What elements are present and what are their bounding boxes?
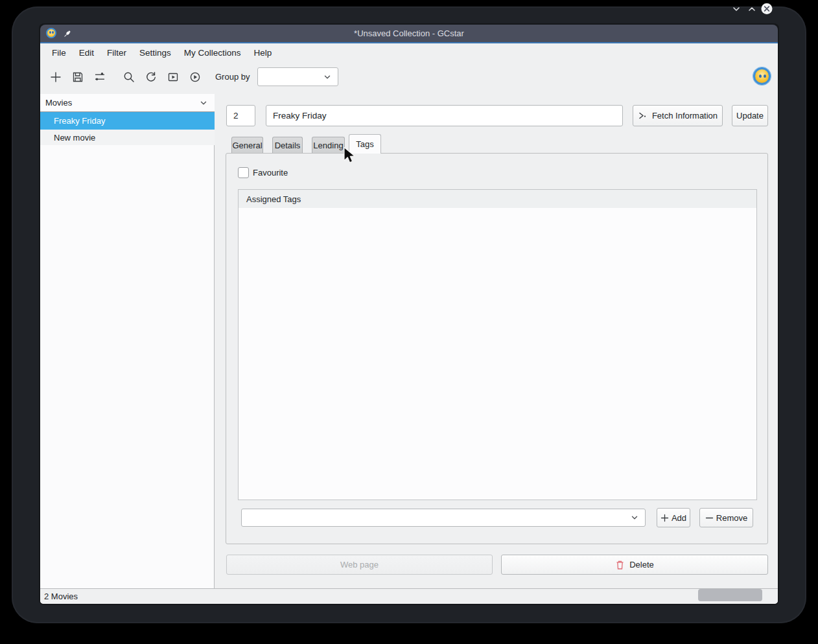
tab-label: General <box>232 141 262 150</box>
tab-label: Details <box>275 141 301 150</box>
update-button[interactable]: Update <box>732 105 768 126</box>
preferences-icon[interactable] <box>92 69 108 85</box>
favourite-label: Favourite <box>253 167 288 178</box>
list-item-new-movie[interactable]: New movie <box>40 130 215 145</box>
logo-eye <box>49 31 51 34</box>
refresh-icon[interactable] <box>143 69 159 85</box>
group-by-label: Group by <box>215 67 250 86</box>
menu-settings[interactable]: Settings <box>137 46 173 60</box>
sidebar-group-label: Movies <box>45 98 72 108</box>
logo-eye <box>764 75 766 78</box>
trash-icon <box>615 560 625 570</box>
web-page-button[interactable]: Web page <box>226 555 493 575</box>
collection-list-panel <box>40 94 215 588</box>
tab-general[interactable]: General <box>231 137 263 154</box>
movie-id-field[interactable] <box>226 105 255 126</box>
toolbar <box>48 69 209 86</box>
menu-help[interactable]: Help <box>252 46 274 60</box>
plus-icon <box>660 514 669 522</box>
menubar: File Edit Filter Settings My Collections… <box>40 44 778 62</box>
assigned-tags-list[interactable] <box>238 208 757 500</box>
fetch-information-button[interactable]: Fetch Information <box>633 105 723 126</box>
list-item-freaky-friday[interactable]: Freaky Friday <box>40 112 215 130</box>
group-by-dropdown[interactable] <box>257 67 338 86</box>
minus-icon <box>705 514 714 522</box>
chevron-down-icon <box>323 73 332 82</box>
save-icon[interactable] <box>70 69 86 85</box>
chevron-down-icon <box>199 98 208 108</box>
horizontal-scrollbar-thumb[interactable] <box>698 589 762 601</box>
menu-my-collections[interactable]: My Collections <box>182 46 243 60</box>
titlebar[interactable]: *Unsaved Collection - GCstar <box>40 25 778 42</box>
menu-file[interactable]: File <box>50 46 68 60</box>
sidebar-group-header[interactable]: Movies <box>40 94 215 112</box>
view-panel-icon[interactable] <box>165 69 181 85</box>
assigned-tags-header[interactable]: Assigned Tags <box>238 189 757 209</box>
movie-title-field[interactable] <box>266 105 623 126</box>
gcstar-logo <box>753 67 771 85</box>
play-icon[interactable] <box>187 69 203 85</box>
web-page-label: Web page <box>340 560 379 569</box>
screenshot-root: *Unsaved Collection - GCstar File Edit F… <box>0 0 818 644</box>
search-icon[interactable] <box>121 69 137 85</box>
menu-filter[interactable]: Filter <box>105 46 128 60</box>
tag-combobox[interactable] <box>241 509 646 527</box>
fetch-icon <box>638 111 648 121</box>
tab-details[interactable]: Details <box>272 137 303 154</box>
fetch-information-label: Fetch Information <box>652 111 718 121</box>
tab-lending[interactable]: Lending <box>312 137 345 154</box>
list-item-label: Freaky Friday <box>54 116 105 126</box>
pin-icon[interactable] <box>61 28 73 40</box>
delete-label: Delete <box>629 560 654 569</box>
remove-tag-button[interactable]: Remove <box>699 508 753 527</box>
gcstar-logo-small <box>46 28 56 38</box>
close-button[interactable] <box>761 3 773 14</box>
update-label: Update <box>736 111 764 121</box>
status-count: 2 Movies <box>44 592 78 601</box>
mouse-cursor <box>342 146 356 168</box>
menu-edit[interactable]: Edit <box>77 46 96 60</box>
assigned-tags-header-label: Assigned Tags <box>246 194 301 204</box>
favourite-checkbox[interactable] <box>238 167 249 178</box>
add-tag-label: Add <box>672 513 686 523</box>
delete-button[interactable]: Delete <box>501 555 768 575</box>
maximize-button[interactable] <box>746 3 758 15</box>
logo-eye <box>759 75 762 78</box>
logo-eye <box>52 31 54 34</box>
gcstar-app-icon[interactable] <box>45 27 57 39</box>
add-tag-button[interactable]: Add <box>657 508 690 527</box>
remove-tag-label: Remove <box>716 513 747 523</box>
add-item-icon[interactable] <box>48 69 64 85</box>
window-title: *Unsaved Collection - GCstar <box>40 29 778 38</box>
list-item-label: New movie <box>54 133 95 143</box>
chevron-down-icon <box>630 513 639 522</box>
tab-label: Tags <box>356 139 373 149</box>
tab-label: Lending <box>313 141 343 150</box>
statusbar: 2 Movies <box>40 588 778 604</box>
minimize-button[interactable] <box>730 3 742 15</box>
